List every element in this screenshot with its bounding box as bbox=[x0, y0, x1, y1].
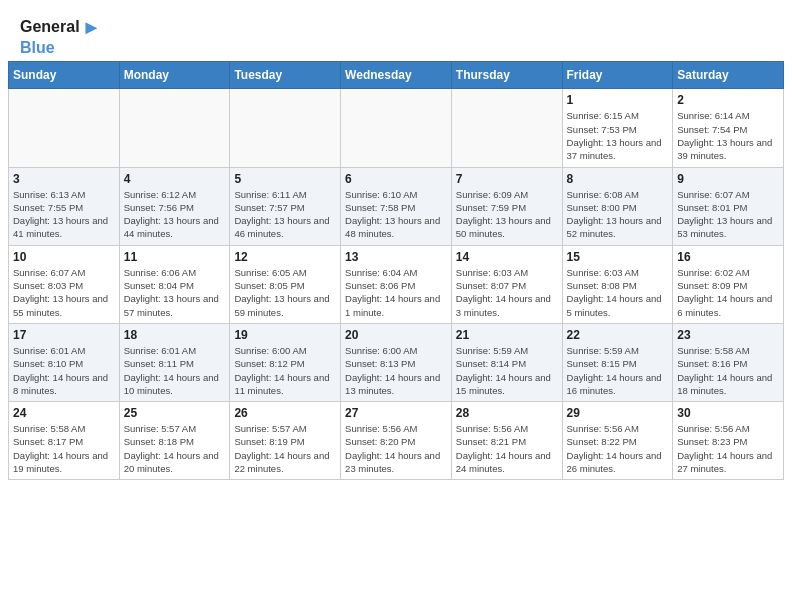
day-number: 3 bbox=[13, 172, 115, 186]
week-row-3: 17Sunrise: 6:01 AM Sunset: 8:10 PM Dayli… bbox=[9, 323, 784, 401]
week-row-1: 3Sunrise: 6:13 AM Sunset: 7:55 PM Daylig… bbox=[9, 167, 784, 245]
week-row-4: 24Sunrise: 5:58 AM Sunset: 8:17 PM Dayli… bbox=[9, 402, 784, 480]
calendar-cell: 13Sunrise: 6:04 AM Sunset: 8:06 PM Dayli… bbox=[341, 245, 452, 323]
calendar-cell bbox=[230, 89, 341, 167]
calendar-cell: 1Sunrise: 6:15 AM Sunset: 7:53 PM Daylig… bbox=[562, 89, 673, 167]
day-info: Sunrise: 5:58 AM Sunset: 8:16 PM Dayligh… bbox=[677, 344, 779, 397]
calendar-cell: 9Sunrise: 6:07 AM Sunset: 8:01 PM Daylig… bbox=[673, 167, 784, 245]
day-number: 23 bbox=[677, 328, 779, 342]
calendar-cell: 4Sunrise: 6:12 AM Sunset: 7:56 PM Daylig… bbox=[119, 167, 230, 245]
day-info: Sunrise: 6:04 AM Sunset: 8:06 PM Dayligh… bbox=[345, 266, 447, 319]
calendar-cell: 10Sunrise: 6:07 AM Sunset: 8:03 PM Dayli… bbox=[9, 245, 120, 323]
day-info: Sunrise: 6:11 AM Sunset: 7:57 PM Dayligh… bbox=[234, 188, 336, 241]
day-info: Sunrise: 6:01 AM Sunset: 8:10 PM Dayligh… bbox=[13, 344, 115, 397]
calendar-cell: 27Sunrise: 5:56 AM Sunset: 8:20 PM Dayli… bbox=[341, 402, 452, 480]
weekday-header-friday: Friday bbox=[562, 62, 673, 89]
day-info: Sunrise: 5:56 AM Sunset: 8:22 PM Dayligh… bbox=[567, 422, 669, 475]
weekday-header-wednesday: Wednesday bbox=[341, 62, 452, 89]
day-number: 25 bbox=[124, 406, 226, 420]
calendar-cell: 18Sunrise: 6:01 AM Sunset: 8:11 PM Dayli… bbox=[119, 323, 230, 401]
day-number: 19 bbox=[234, 328, 336, 342]
day-info: Sunrise: 5:56 AM Sunset: 8:20 PM Dayligh… bbox=[345, 422, 447, 475]
day-info: Sunrise: 6:03 AM Sunset: 8:08 PM Dayligh… bbox=[567, 266, 669, 319]
day-info: Sunrise: 5:57 AM Sunset: 8:18 PM Dayligh… bbox=[124, 422, 226, 475]
day-info: Sunrise: 5:56 AM Sunset: 8:23 PM Dayligh… bbox=[677, 422, 779, 475]
day-info: Sunrise: 6:08 AM Sunset: 8:00 PM Dayligh… bbox=[567, 188, 669, 241]
day-number: 28 bbox=[456, 406, 558, 420]
calendar-cell: 14Sunrise: 6:03 AM Sunset: 8:07 PM Dayli… bbox=[451, 245, 562, 323]
calendar-cell: 21Sunrise: 5:59 AM Sunset: 8:14 PM Dayli… bbox=[451, 323, 562, 401]
calendar-cell: 30Sunrise: 5:56 AM Sunset: 8:23 PM Dayli… bbox=[673, 402, 784, 480]
calendar-cell: 24Sunrise: 5:58 AM Sunset: 8:17 PM Dayli… bbox=[9, 402, 120, 480]
day-number: 27 bbox=[345, 406, 447, 420]
day-info: Sunrise: 6:03 AM Sunset: 8:07 PM Dayligh… bbox=[456, 266, 558, 319]
day-number: 4 bbox=[124, 172, 226, 186]
day-number: 29 bbox=[567, 406, 669, 420]
calendar-cell bbox=[119, 89, 230, 167]
week-row-0: 1Sunrise: 6:15 AM Sunset: 7:53 PM Daylig… bbox=[9, 89, 784, 167]
day-number: 24 bbox=[13, 406, 115, 420]
logo-text: General► Blue bbox=[20, 16, 101, 57]
day-number: 6 bbox=[345, 172, 447, 186]
day-info: Sunrise: 6:00 AM Sunset: 8:12 PM Dayligh… bbox=[234, 344, 336, 397]
day-info: Sunrise: 5:56 AM Sunset: 8:21 PM Dayligh… bbox=[456, 422, 558, 475]
day-number: 16 bbox=[677, 250, 779, 264]
calendar-cell bbox=[451, 89, 562, 167]
weekday-header-tuesday: Tuesday bbox=[230, 62, 341, 89]
day-number: 11 bbox=[124, 250, 226, 264]
day-number: 1 bbox=[567, 93, 669, 107]
calendar-cell: 15Sunrise: 6:03 AM Sunset: 8:08 PM Dayli… bbox=[562, 245, 673, 323]
calendar-cell: 7Sunrise: 6:09 AM Sunset: 7:59 PM Daylig… bbox=[451, 167, 562, 245]
day-info: Sunrise: 5:57 AM Sunset: 8:19 PM Dayligh… bbox=[234, 422, 336, 475]
calendar-cell: 8Sunrise: 6:08 AM Sunset: 8:00 PM Daylig… bbox=[562, 167, 673, 245]
day-info: Sunrise: 6:10 AM Sunset: 7:58 PM Dayligh… bbox=[345, 188, 447, 241]
calendar-cell: 26Sunrise: 5:57 AM Sunset: 8:19 PM Dayli… bbox=[230, 402, 341, 480]
day-number: 13 bbox=[345, 250, 447, 264]
calendar-cell: 12Sunrise: 6:05 AM Sunset: 8:05 PM Dayli… bbox=[230, 245, 341, 323]
day-number: 20 bbox=[345, 328, 447, 342]
day-number: 26 bbox=[234, 406, 336, 420]
day-number: 15 bbox=[567, 250, 669, 264]
day-info: Sunrise: 5:58 AM Sunset: 8:17 PM Dayligh… bbox=[13, 422, 115, 475]
day-info: Sunrise: 6:12 AM Sunset: 7:56 PM Dayligh… bbox=[124, 188, 226, 241]
calendar-cell: 20Sunrise: 6:00 AM Sunset: 8:13 PM Dayli… bbox=[341, 323, 452, 401]
day-number: 22 bbox=[567, 328, 669, 342]
day-number: 9 bbox=[677, 172, 779, 186]
calendar: SundayMondayTuesdayWednesdayThursdayFrid… bbox=[0, 61, 792, 488]
calendar-cell bbox=[9, 89, 120, 167]
day-info: Sunrise: 6:14 AM Sunset: 7:54 PM Dayligh… bbox=[677, 109, 779, 162]
day-number: 30 bbox=[677, 406, 779, 420]
calendar-cell: 6Sunrise: 6:10 AM Sunset: 7:58 PM Daylig… bbox=[341, 167, 452, 245]
day-info: Sunrise: 5:59 AM Sunset: 8:14 PM Dayligh… bbox=[456, 344, 558, 397]
day-number: 14 bbox=[456, 250, 558, 264]
calendar-cell: 19Sunrise: 6:00 AM Sunset: 8:12 PM Dayli… bbox=[230, 323, 341, 401]
day-info: Sunrise: 6:13 AM Sunset: 7:55 PM Dayligh… bbox=[13, 188, 115, 241]
day-info: Sunrise: 6:00 AM Sunset: 8:13 PM Dayligh… bbox=[345, 344, 447, 397]
day-info: Sunrise: 6:06 AM Sunset: 8:04 PM Dayligh… bbox=[124, 266, 226, 319]
calendar-cell: 5Sunrise: 6:11 AM Sunset: 7:57 PM Daylig… bbox=[230, 167, 341, 245]
day-info: Sunrise: 6:07 AM Sunset: 8:01 PM Dayligh… bbox=[677, 188, 779, 241]
weekday-header-sunday: Sunday bbox=[9, 62, 120, 89]
day-info: Sunrise: 6:01 AM Sunset: 8:11 PM Dayligh… bbox=[124, 344, 226, 397]
day-number: 17 bbox=[13, 328, 115, 342]
day-number: 10 bbox=[13, 250, 115, 264]
calendar-cell: 2Sunrise: 6:14 AM Sunset: 7:54 PM Daylig… bbox=[673, 89, 784, 167]
day-number: 2 bbox=[677, 93, 779, 107]
day-number: 7 bbox=[456, 172, 558, 186]
calendar-cell: 23Sunrise: 5:58 AM Sunset: 8:16 PM Dayli… bbox=[673, 323, 784, 401]
day-number: 21 bbox=[456, 328, 558, 342]
weekday-header-monday: Monday bbox=[119, 62, 230, 89]
day-info: Sunrise: 6:02 AM Sunset: 8:09 PM Dayligh… bbox=[677, 266, 779, 319]
calendar-cell bbox=[341, 89, 452, 167]
calendar-cell: 22Sunrise: 5:59 AM Sunset: 8:15 PM Dayli… bbox=[562, 323, 673, 401]
week-row-2: 10Sunrise: 6:07 AM Sunset: 8:03 PM Dayli… bbox=[9, 245, 784, 323]
page-header: General► Blue bbox=[0, 0, 792, 61]
weekday-header-saturday: Saturday bbox=[673, 62, 784, 89]
day-number: 18 bbox=[124, 328, 226, 342]
day-info: Sunrise: 6:07 AM Sunset: 8:03 PM Dayligh… bbox=[13, 266, 115, 319]
day-info: Sunrise: 6:09 AM Sunset: 7:59 PM Dayligh… bbox=[456, 188, 558, 241]
day-number: 5 bbox=[234, 172, 336, 186]
day-info: Sunrise: 6:15 AM Sunset: 7:53 PM Dayligh… bbox=[567, 109, 669, 162]
calendar-cell: 29Sunrise: 5:56 AM Sunset: 8:22 PM Dayli… bbox=[562, 402, 673, 480]
calendar-cell: 28Sunrise: 5:56 AM Sunset: 8:21 PM Dayli… bbox=[451, 402, 562, 480]
